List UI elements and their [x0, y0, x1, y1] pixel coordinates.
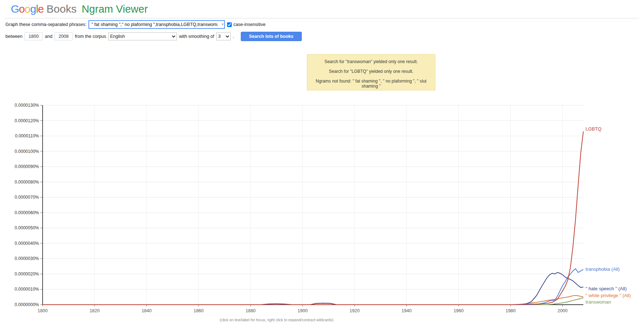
y-tick-label: 0.0000020% — [15, 272, 39, 277]
x-tick-label: 1860 — [193, 308, 204, 313]
y-tick-label: 0.0000070% — [15, 195, 39, 200]
ngram-chart: 0.0000000%0.0000010%0.0000020%0.0000030%… — [0, 92, 644, 323]
google-logo-letter: g — [30, 3, 36, 15]
x-tick-label: 1940 — [401, 308, 412, 313]
phrases-input[interactable] — [88, 20, 225, 29]
google-logo-letter: e — [38, 3, 44, 15]
series-line-transwoman[interactable] — [43, 298, 583, 305]
x-tick-label: 1880 — [245, 308, 256, 313]
page-title: Ngram Viewer — [82, 3, 148, 15]
y-tick-label: 0.0000110% — [15, 133, 39, 138]
and-label: and — [45, 34, 52, 39]
ngram-viewer-page: GoogleBooksNgram Viewer Graph these comm… — [0, 0, 644, 331]
case-insensitive-checkbox[interactable] — [227, 22, 232, 27]
x-tick-label: 2000 — [557, 308, 567, 313]
warning-line: Ngrams not found: " fat shaming ", " no … — [307, 79, 435, 89]
y-tick-label: 0.0000030% — [15, 256, 39, 261]
smoothing-label: with smoothing of — [179, 34, 214, 39]
x-tick-label: 1920 — [349, 308, 360, 313]
corpus-select[interactable]: English — [108, 32, 177, 40]
smoothing-select[interactable]: 3 — [216, 32, 231, 40]
header-divider — [5, 18, 639, 18]
y-tick-label: 0.0000080% — [15, 180, 39, 185]
case-insensitive-label: case-insensitive — [233, 22, 265, 27]
corpus-label: from the corpus — [75, 34, 106, 39]
y-tick-label: 0.0000090% — [15, 164, 39, 169]
y-tick-label: 0.0000000% — [15, 302, 39, 307]
x-tick-label: 1800 — [38, 308, 48, 313]
y-tick-label: 0.0000010% — [15, 287, 39, 292]
google-logo[interactable]: Google — [11, 8, 44, 14]
y-tick-label: 0.0000120% — [15, 118, 39, 123]
series-label-white_privilege[interactable]: " white privilege " (All) — [586, 293, 631, 298]
series-label-transwoman[interactable]: transwoman — [586, 299, 611, 305]
warning-line: Search for "LGBTQ" yielded only one resu… — [307, 69, 435, 74]
phrases-label: Graph these comma-separated phrases: — [5, 22, 86, 27]
y-tick-label: 0.0000100% — [15, 149, 39, 154]
series-line-hate_speech[interactable] — [43, 273, 583, 305]
warning-line: Search for "transwoman" yielded only one… — [307, 59, 435, 64]
x-tick-label: 1960 — [453, 308, 464, 313]
header: GoogleBooksNgram Viewer — [11, 3, 148, 15]
query-form-row: Graph these comma-separated phrases: ▾ c… — [5, 20, 267, 29]
series-label-lgbtq[interactable]: LGBTQ — [586, 126, 601, 132]
y-tick-label: 0.0000050% — [15, 225, 39, 230]
series-line-lgbtq[interactable] — [43, 131, 583, 305]
series-label-transphobia[interactable]: transphobia (All) — [586, 266, 620, 272]
x-tick-label: 1900 — [297, 308, 308, 313]
period-text: . — [233, 34, 234, 39]
books-logo[interactable]: Books — [47, 3, 77, 15]
google-logo-letter: o — [19, 3, 25, 15]
google-logo-letter: o — [25, 3, 30, 15]
range-form-row: between and from the corpus English with… — [5, 32, 304, 41]
y-tick-label: 0.0000130% — [15, 103, 39, 108]
end-year-input[interactable] — [55, 32, 73, 40]
search-button[interactable]: Search lots of books — [241, 32, 302, 41]
y-tick-label: 0.0000040% — [15, 241, 39, 246]
between-label: between — [5, 34, 22, 39]
google-logo-letter: G — [11, 3, 19, 15]
x-tick-label: 1840 — [142, 308, 152, 313]
x-tick-label: 1980 — [505, 308, 515, 313]
y-tick-label: 0.0000060% — [15, 210, 39, 215]
warning-box: Search for "transwoman" yielded only one… — [307, 54, 435, 91]
chart-hint: (click on line/label for focus, right cl… — [0, 318, 553, 322]
start-year-input[interactable] — [25, 32, 43, 40]
series-line-white_privilege[interactable] — [43, 296, 583, 305]
case-insensitive-option[interactable]: case-insensitive — [227, 22, 265, 27]
phrases-input-wrap: ▾ — [88, 20, 225, 29]
series-label-hate_speech[interactable]: " hate speech " (All) — [586, 286, 627, 291]
autocomplete-dropdown-icon[interactable]: ▾ — [222, 22, 224, 27]
x-tick-label: 1820 — [90, 308, 100, 313]
